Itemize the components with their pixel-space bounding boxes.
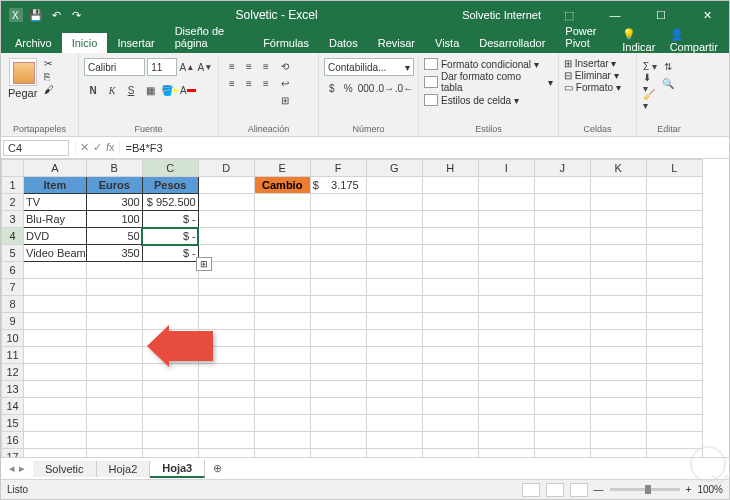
cell[interactable] — [254, 228, 310, 245]
cancel-formula-icon[interactable]: ✕ — [80, 141, 89, 154]
grow-font-icon[interactable]: A▲ — [179, 59, 195, 75]
cell[interactable] — [590, 296, 646, 313]
cell[interactable] — [24, 296, 87, 313]
cell[interactable] — [478, 262, 534, 279]
cell[interactable] — [478, 211, 534, 228]
cell[interactable] — [198, 177, 254, 194]
cell[interactable] — [254, 211, 310, 228]
tab-archivo[interactable]: Archivo — [5, 33, 62, 53]
cell[interactable] — [646, 211, 702, 228]
cell[interactable] — [534, 449, 590, 458]
cell[interactable] — [478, 279, 534, 296]
row-header[interactable]: 16 — [2, 432, 24, 449]
cell[interactable] — [422, 211, 478, 228]
cell[interactable] — [422, 245, 478, 262]
cell[interactable] — [254, 398, 310, 415]
cell-styles-button[interactable]: Estilos de celda ▾ — [424, 94, 553, 106]
col-header-j[interactable]: J — [534, 160, 590, 177]
col-header-b[interactable]: B — [86, 160, 142, 177]
cell[interactable] — [24, 398, 87, 415]
tell-me[interactable]: 💡 Indicar — [622, 28, 661, 53]
cell[interactable] — [24, 347, 87, 364]
col-header-g[interactable]: G — [366, 160, 422, 177]
cell[interactable]: $ 952.500 — [142, 194, 198, 211]
name-box[interactable]: C4 — [3, 140, 69, 156]
cell[interactable] — [310, 313, 366, 330]
cell[interactable] — [310, 415, 366, 432]
orientation-icon[interactable]: ⟲ — [277, 58, 293, 74]
align-right-icon[interactable]: ≡ — [258, 75, 274, 91]
cell[interactable] — [478, 364, 534, 381]
add-sheet-button[interactable]: ⊕ — [205, 460, 230, 477]
col-header-e[interactable]: E — [254, 160, 310, 177]
cell[interactable] — [534, 432, 590, 449]
cell[interactable] — [86, 364, 142, 381]
cell[interactable]: Blu-Ray — [24, 211, 87, 228]
redo-icon[interactable]: ↷ — [69, 8, 83, 22]
close-button[interactable]: ✕ — [689, 1, 725, 29]
cell[interactable] — [86, 330, 142, 347]
cell[interactable] — [478, 245, 534, 262]
cell[interactable]: Cambio — [254, 177, 310, 194]
cell[interactable] — [24, 364, 87, 381]
cell[interactable] — [310, 398, 366, 415]
cell[interactable] — [366, 211, 422, 228]
font-name-select[interactable]: Calibri — [84, 58, 145, 76]
borders-icon[interactable]: ▦ — [141, 81, 159, 99]
percent-icon[interactable]: % — [341, 79, 357, 97]
cell[interactable] — [646, 194, 702, 211]
cell[interactable] — [534, 398, 590, 415]
merge-icon[interactable]: ⊞ — [277, 92, 293, 108]
cell[interactable] — [86, 432, 142, 449]
cell[interactable] — [142, 398, 198, 415]
cell[interactable] — [24, 313, 87, 330]
cell[interactable] — [198, 228, 254, 245]
cell[interactable] — [590, 245, 646, 262]
cell[interactable] — [534, 364, 590, 381]
cell[interactable] — [534, 262, 590, 279]
cell[interactable] — [86, 279, 142, 296]
cell[interactable]: $ 3.175 — [310, 177, 366, 194]
cell[interactable] — [86, 262, 142, 279]
cell[interactable] — [142, 432, 198, 449]
cell[interactable]: 100 — [86, 211, 142, 228]
insert-cells-button[interactable]: ⊞ Insertar ▾ — [564, 58, 621, 69]
cell[interactable] — [590, 347, 646, 364]
align-middle-icon[interactable]: ≡ — [241, 58, 257, 74]
cell[interactable]: 50 — [86, 228, 142, 245]
fill-color-icon[interactable]: 🪣 — [160, 81, 178, 99]
table-format-button[interactable]: Dar formato como tabla ▾ — [424, 71, 553, 93]
zoom-level[interactable]: 100% — [697, 484, 723, 495]
row-header[interactable]: 13 — [2, 381, 24, 398]
tab-vista[interactable]: Vista — [425, 33, 469, 53]
maximize-button[interactable]: ☐ — [643, 1, 679, 29]
cell[interactable] — [310, 245, 366, 262]
cell[interactable] — [86, 313, 142, 330]
cell[interactable]: 300 — [86, 194, 142, 211]
cell[interactable] — [198, 211, 254, 228]
cell[interactable] — [24, 262, 87, 279]
comma-icon[interactable]: 000 — [357, 79, 375, 97]
cell[interactable] — [590, 211, 646, 228]
cell[interactable] — [422, 177, 478, 194]
cell[interactable] — [534, 347, 590, 364]
cell[interactable] — [646, 330, 702, 347]
row-header[interactable]: 7 — [2, 279, 24, 296]
sheet-nav-prev-icon[interactable]: ◂ — [9, 462, 15, 475]
cell[interactable] — [254, 381, 310, 398]
cell[interactable] — [646, 313, 702, 330]
cell[interactable] — [198, 279, 254, 296]
row-header[interactable]: 3 — [2, 211, 24, 228]
cell[interactable] — [590, 364, 646, 381]
cell[interactable] — [422, 228, 478, 245]
cell[interactable] — [366, 415, 422, 432]
shrink-font-icon[interactable]: A▼ — [197, 59, 213, 75]
cell[interactable] — [534, 228, 590, 245]
cell[interactable] — [310, 262, 366, 279]
cell[interactable]: Euros — [86, 177, 142, 194]
cell[interactable] — [646, 228, 702, 245]
cell[interactable] — [86, 381, 142, 398]
cell[interactable] — [590, 262, 646, 279]
cell[interactable] — [198, 381, 254, 398]
cell[interactable] — [646, 262, 702, 279]
